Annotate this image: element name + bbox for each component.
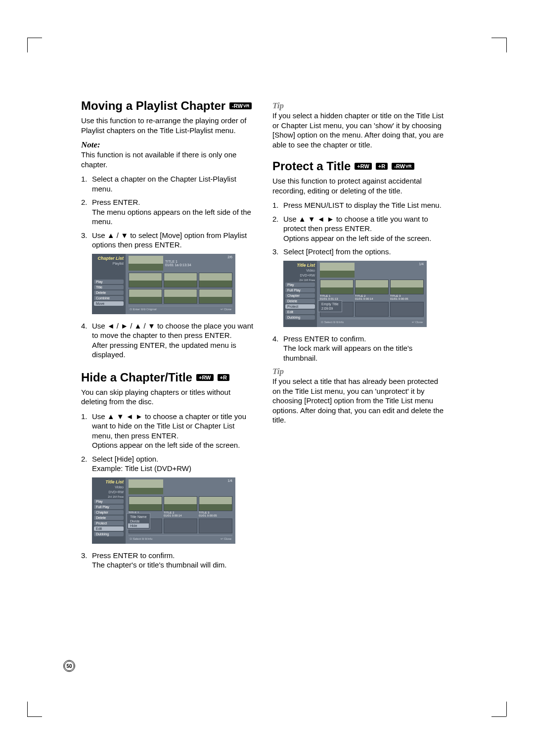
steps-list: Press MENU/LIST to display the Title Lis… (272, 200, 447, 257)
step: Press ENTER to confirm. The lock mark wi… (272, 334, 447, 363)
mock-foot-right: ↩ Close (412, 320, 423, 324)
heading-protect-title: Protect a Title +RW +R -RWVR (272, 159, 447, 173)
mock-side-sub: Playlist (94, 262, 124, 265)
mock-menu-item: Full Play (285, 288, 315, 292)
step-text: The lock mark will appears on the title'… (283, 344, 412, 362)
mock-cell: TITLE 301/01 0:00:05 (390, 280, 424, 300)
step: Press ENTER. The menu options appears on… (81, 197, 256, 227)
crop-mark (491, 716, 506, 717)
mock-cell: TITLE 301/01 0:00:05 (199, 496, 232, 517)
heading-moving-playlist-chapter: Moving a Playlist Chapter -RWVR (81, 99, 256, 113)
mock-counter: 2/6 (227, 255, 232, 259)
badge-text: -RW (232, 103, 243, 109)
mock-menu-item: Delete (285, 299, 315, 303)
mock-preview-thumb (129, 256, 163, 271)
intro-text: Use this function to protect against acc… (272, 176, 447, 195)
mock-thumb (199, 496, 232, 511)
step-text: Select [Protect] from the options. (283, 247, 391, 256)
mock-menu-item: Full Play (94, 505, 124, 509)
step-text: Use ◄ / ► / ▲ / ▼ to choose the place yo… (92, 322, 253, 340)
mock-side-sub: Video (285, 269, 315, 272)
mock-popup: Empty Title 2:09:09 (318, 300, 342, 312)
mock-thumb (129, 273, 162, 287)
mock-foot-left: ⊙ Enter ⧉ ⧉ Original (130, 307, 157, 311)
crop-mark (27, 702, 28, 716)
heading-text: Hide a Chapter/Title (81, 371, 192, 384)
mock-thumb (164, 496, 197, 511)
mock-meta: 2H 1M Free (285, 279, 315, 282)
mock-thumb (199, 289, 232, 304)
popup-item: 2:09:09 (319, 306, 341, 311)
mock-thumb-empty (199, 519, 232, 533)
step-text: After pressing ENTER, the updated menu i… (92, 341, 236, 359)
badge-plusr: +R (218, 374, 229, 381)
mock-foot-right: ↩ Close (221, 307, 231, 311)
badge-rwvr: -RWVR (229, 102, 252, 109)
mock-side-header: Chapter List (94, 256, 124, 261)
badge-sub: VR (243, 103, 250, 108)
mock-side-header: Title List (94, 479, 124, 484)
crop-mark (506, 38, 507, 52)
mock-menu-item: Combine (94, 296, 124, 300)
mock-thumb (390, 280, 424, 294)
mock-menu-item: Move (94, 301, 124, 306)
mock-thumb (164, 273, 197, 287)
step: Use ◄ / ► / ▲ / ▼ to choose the place yo… (81, 321, 256, 360)
badge-text: -RW (394, 163, 405, 169)
thumb-sub: 01/01 0:00:14 (164, 514, 182, 517)
mock-menu-item: Chapter (94, 510, 124, 515)
popup-item: Hide (128, 523, 149, 528)
tip-text: If you select a hidden chapter or title … (272, 111, 447, 149)
mock-counter: 1/4 (227, 479, 232, 482)
mock-menu-item: Play (94, 499, 124, 504)
mock-thumb (129, 496, 162, 511)
heading-hide-chapter-title: Hide a Chapter/Title +RW +R (81, 371, 256, 384)
mock-thumb-empty (390, 302, 424, 317)
mock-menu-item: Edit (94, 526, 124, 531)
mock-thumb (320, 280, 354, 294)
mock-thumb (164, 289, 197, 304)
screenshot-title-list-hide: Title List Video DVD+RW 2H 1M Free Play … (92, 477, 235, 544)
mock-side-header: Title List (285, 263, 315, 268)
mock-side-sub2: DVD+RW (94, 490, 124, 494)
steps-list-cont: Press ENTER to confirm. The chapter's or… (81, 551, 256, 570)
step-text: Options appear on the left side of the s… (92, 441, 240, 449)
crop-mark (506, 702, 507, 716)
thumb-sub: 01/01 0:00:05 (199, 514, 217, 517)
screenshot-title-list-protect: Title List Video DVD+RW 2H 1M Free Play … (283, 261, 427, 327)
popup-item: Title Name (128, 515, 149, 519)
step: Use ▲ ▼ ◄ ► to choose a title you want t… (272, 214, 447, 243)
note-text: This function is not available if there … (81, 150, 256, 169)
thumb-sub: 01/01 0:00:14 (355, 297, 373, 300)
mock-thumb (355, 280, 389, 294)
mock-popup: Title Name Divide Hide (127, 513, 150, 529)
mock-menu-item: Protect (285, 304, 315, 309)
mock-menu-item: Delete (94, 290, 124, 295)
step-text: The menu options appears on the left sid… (92, 208, 251, 226)
step-text: Select a chapter on the Chapter List-Pla… (92, 175, 236, 193)
crop-mark (27, 38, 42, 38)
badge-plusr: +R (376, 163, 388, 170)
mock-foot-right: ↩ Close (221, 537, 231, 541)
crop-mark (491, 38, 506, 38)
badge-rwvr: -RWVR (392, 163, 414, 170)
mock-cell: TITLE 201/01 0:00:14 (164, 496, 197, 517)
step-text: Press ENTER to confirm. (92, 551, 175, 560)
mock-foot-left: ⊙ Select ⧉ ⧉ Info (130, 537, 152, 541)
mock-counter: 1/4 (419, 262, 424, 266)
note-label: Note: (81, 140, 256, 150)
mock-thumb (199, 273, 232, 287)
heading-text: Protect a Title (272, 159, 351, 173)
screenshot-chapter-list: Chapter List Playlist Play Title Delete … (92, 254, 235, 314)
step-text: Example: Title List (DVD+RW) (92, 464, 191, 472)
intro-text: Use this function to re-arrange the play… (81, 116, 256, 135)
step: Select a chapter on the Chapter List-Pla… (81, 174, 256, 193)
mock-title: TITLE 1 (165, 260, 191, 263)
mock-menu-item: Delete (94, 516, 124, 520)
steps-list-cont: Use ◄ / ► / ▲ / ▼ to choose the place yo… (81, 321, 256, 360)
tip-text: If you select a title that has already b… (272, 377, 447, 425)
mock-menu-item: Play (94, 280, 124, 284)
mock-menu-item: Chapter (285, 293, 315, 298)
step: Press MENU/LIST to display the Title Lis… (272, 200, 447, 210)
mock-meta: 2H 1M Free (94, 495, 124, 498)
